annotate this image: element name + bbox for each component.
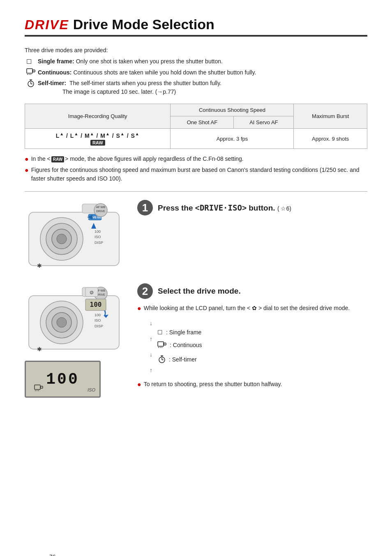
lcd-drive-icon <box>34 385 43 392</box>
step-1-number: 1 <box>137 200 153 215</box>
step-2-content: 2 Select the drive mode. ● While looking… <box>137 283 367 392</box>
step-1-content: 1 Press the <DRIVE·ISO> button. ( ☆6) <box>137 200 367 220</box>
arrows-column: ↓ ↑ ↓ ↑ <box>150 320 152 373</box>
bullet-return: ● <box>137 380 141 389</box>
step-1-image: DRIVE·ISO AF·WB DRIVE 100 ISO DISP ✱ <box>25 200 127 271</box>
svg-rect-50 <box>158 342 164 346</box>
note-1-text: In the <RAW> mode, the above figures wil… <box>31 155 244 163</box>
camera-diagram-1: DRIVE·ISO AF·WB DRIVE 100 ISO DISP ✱ <box>25 200 123 270</box>
svg-text:DISP: DISP <box>95 241 103 245</box>
page-title-text: Drive Mode Selection <box>73 16 214 32</box>
single-frame-icon: ☐ <box>26 57 35 67</box>
mode-continuous: Continuous:Continuous shots are taken wh… <box>26 68 367 78</box>
self-timer-desc1: The self-timer starts when you press the… <box>69 80 221 86</box>
svg-rect-46 <box>41 386 43 388</box>
drive-iso-label: DRIVE·ISO <box>200 203 242 212</box>
intro-section: Three drive modes are provided: ☐ Single… <box>25 46 367 96</box>
svg-rect-51 <box>164 343 166 345</box>
col-burst-header: Maximum Burst <box>294 104 367 129</box>
self-timer-label: Self-timer: <box>38 80 66 86</box>
self-timer-desc2: The image is captured 10 sec. later. (→p… <box>62 88 221 96</box>
shooting-speed-table: Image-Recording Quality Continuous Shoot… <box>25 104 367 149</box>
step-2-return-note: ● To return to shooting, press the shutt… <box>137 380 367 389</box>
drive-prefix: DRIVE <box>25 17 69 32</box>
svg-point-31 <box>57 317 67 327</box>
arrow-dn-1: ↓ <box>150 351 152 358</box>
step-1-row: DRIVE·ISO AF·WB DRIVE 100 ISO DISP ✱ <box>25 200 367 271</box>
svg-text:100: 100 <box>95 313 101 317</box>
svg-text:AF·WB: AF·WB <box>96 206 105 208</box>
lcd-panel: 100 ISO <box>25 361 101 398</box>
mode-row-cont: : Continuous <box>157 341 202 349</box>
camera-diagram-2: AF·WB DRIVE 100 ISO DISP ✱ 🔘 1 <box>25 283 123 353</box>
single-frame-label: Single frame: <box>38 58 74 65</box>
col-aiservo-header: AI Servo AF <box>234 116 294 129</box>
continuous-icon <box>26 68 35 78</box>
drive-modes-diagram: ↓ ↑ ↓ ↑ ☐ : Single frame <box>150 320 367 373</box>
note-2-text: Figures for the continuous shooting spee… <box>31 166 367 183</box>
step-2-row: AF·WB DRIVE 100 ISO DISP ✱ 🔘 1 <box>25 283 367 404</box>
iso-label: ISO <box>88 387 95 392</box>
step-2-notes: ● While looking at the LCD panel, turn t… <box>137 304 367 313</box>
step-1-ref: ( ☆6) <box>277 205 291 212</box>
continuous-desc: Continuous shots are taken while you hol… <box>73 69 256 76</box>
svg-text:100: 100 <box>95 229 101 234</box>
self-timer-icon <box>26 79 35 90</box>
mode-single-frame: ☐ Single frame:Only one shot is taken wh… <box>26 57 367 67</box>
step-2-title: Select the drive mode. <box>158 287 241 296</box>
svg-rect-0 <box>27 69 32 73</box>
intro-opening: Three drive modes are provided: <box>25 46 367 55</box>
cont-label-diagram: : Continuous <box>170 342 202 348</box>
mode-list: ☐ Single frame:Only one shot is taken wh… <box>26 57 367 96</box>
mode-row-timer: : Self-timer <box>157 355 202 364</box>
svg-text:DISP: DISP <box>95 324 103 328</box>
step-2-image: AF·WB DRIVE 100 ISO DISP ✱ 🔘 1 <box>25 283 127 404</box>
single-frame-desc: Only one shot is taken when you press th… <box>76 58 223 65</box>
col-quality-header: Image-Recording Quality <box>25 104 171 129</box>
svg-text:100: 100 <box>90 301 102 308</box>
svg-text:✱: ✱ <box>37 262 42 269</box>
single-label-diagram: : Single frame <box>166 329 201 336</box>
notes-section: ● In the <RAW> mode, the above figures w… <box>25 155 367 183</box>
timer-label-diagram: : Self-timer <box>169 356 197 363</box>
page-title-block: DRIVE Drive Mode Selection <box>25 16 367 37</box>
svg-rect-45 <box>35 385 40 389</box>
lcd-number: 100 <box>46 371 79 388</box>
arrow-up-2: ↑ <box>150 336 152 342</box>
svg-rect-1 <box>33 70 35 72</box>
svg-text:ISO: ISO <box>95 235 101 239</box>
svg-text:✱: ✱ <box>37 346 42 352</box>
svg-text:DRIVE: DRIVE <box>96 210 105 213</box>
continuous-label: Continuous: <box>38 69 71 76</box>
note-2: ● Figures for the continuous shooting sp… <box>25 166 367 183</box>
step-2-note-dial: ● While looking at the LCD panel, turn t… <box>137 304 367 313</box>
mode-self-timer: Self-timer: The self-timer starts when y… <box>26 79 367 96</box>
quality-codes: L▲ / L▲ / M▲ / M▲ / S▲ / S▲ <box>30 132 165 139</box>
svg-point-14 <box>57 234 67 244</box>
raw-inline-1: RAW <box>51 156 64 162</box>
page-number: 76 <box>49 554 56 556</box>
arrow-dn-2: ↑ <box>150 367 152 373</box>
single-icon-diagram: ☐ <box>157 329 163 336</box>
bullet-1: ● <box>25 155 29 164</box>
timer-icon-diagram <box>157 355 166 364</box>
arrow-up-1: ↓ <box>150 320 152 327</box>
return-note-text: To return to shooting, press the shutter… <box>144 380 282 389</box>
bullet-2: ● <box>25 166 29 175</box>
col-speed-header: Continuous Shooting Speed <box>171 104 294 116</box>
note-1: ● In the <RAW> mode, the above figures w… <box>25 155 367 164</box>
raw-badge: RAW <box>90 140 105 146</box>
approx-fps-cell: Approx. 3 fps <box>171 129 294 149</box>
step-2-number: 2 <box>137 283 153 299</box>
dial-note-text: While looking at the LCD panel, turn the… <box>144 304 350 313</box>
svg-text:ISO: ISO <box>95 318 101 322</box>
quality-cell: L▲ / L▲ / M▲ / M▲ / S▲ / S▲ RAW <box>25 129 171 149</box>
mode-row-single: ☐ : Single frame <box>157 329 202 336</box>
bullet-dial: ● <box>137 304 141 313</box>
svg-text:🔘: 🔘 <box>90 290 94 294</box>
steps-section: DRIVE·ISO AF·WB DRIVE 100 ISO DISP ✱ <box>25 191 367 404</box>
modes-list: ☐ : Single frame <box>157 329 202 364</box>
step-1-title: Press the <DRIVE·ISO> button. ( ☆6) <box>158 203 291 213</box>
col-oneshot-header: One Shot AF <box>171 116 234 129</box>
cont-icon-diagram <box>157 341 166 349</box>
